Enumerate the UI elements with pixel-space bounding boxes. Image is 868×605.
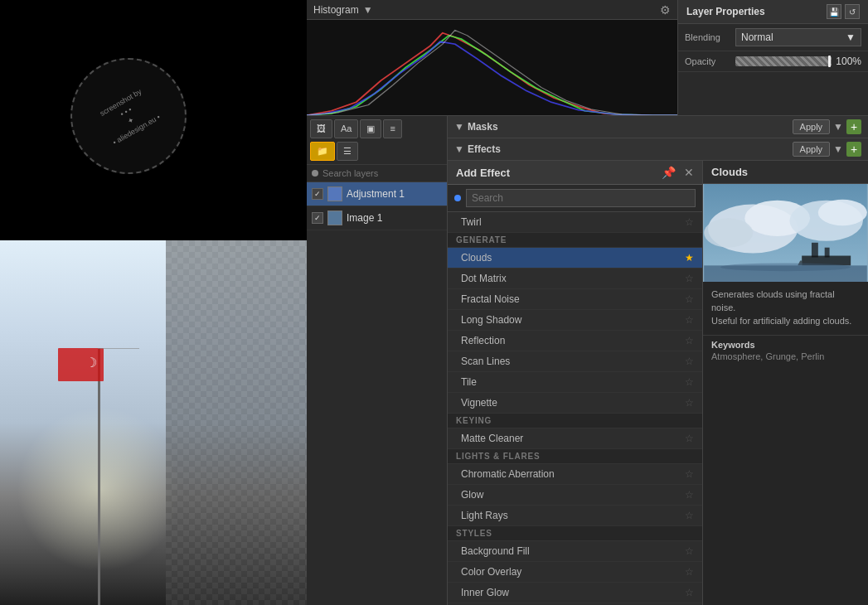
star-icon[interactable]: ☆ — [685, 545, 694, 557]
masks-apply-button[interactable]: Apply — [793, 119, 831, 134]
add-effect-header: Add Effect 📌 ✕ — [448, 161, 702, 185]
effects-apply-button[interactable]: Apply — [793, 142, 831, 157]
histogram-arrow[interactable]: ▼ — [363, 4, 373, 16]
opacity-thumb — [828, 56, 831, 67]
star-icon[interactable]: ☆ — [685, 356, 694, 367]
opacity-slider[interactable] — [735, 56, 832, 66]
layer-checkbox-image[interactable]: ✓ — [312, 212, 323, 224]
effect-item-name: Chromatic Aberration — [461, 468, 555, 480]
effect-item-name: Clouds — [461, 252, 492, 264]
effects-apply-chevron-icon[interactable]: ▼ — [833, 143, 843, 155]
masks-apply-chevron-icon[interactable]: ▼ — [833, 121, 843, 133]
star-icon[interactable]: ☆ — [685, 376, 694, 388]
effect-search-input[interactable] — [466, 189, 696, 207]
star-icon[interactable]: ☆ — [685, 566, 694, 578]
histogram-chart — [307, 20, 677, 115]
layers-text-btn[interactable]: Aa — [334, 119, 358, 138]
effect-list-item[interactable]: Fractal Noise☆ — [448, 289, 702, 310]
blending-row: Blending Normal ▼ — [678, 24, 868, 51]
effect-list-item[interactable]: Background Fill☆ — [448, 541, 702, 562]
effect-list-item[interactable]: Vignette☆ — [448, 393, 702, 414]
effect-list-item[interactable]: Chromatic Aberration☆ — [448, 464, 702, 485]
svg-point-3 — [704, 218, 753, 247]
layer-checkbox-adjustment[interactable]: ✓ — [312, 188, 323, 200]
preview-image — [703, 184, 868, 282]
blending-dropdown[interactable]: Normal ▼ — [735, 28, 861, 46]
effect-list-item[interactable]: Inner Glow☆ — [448, 583, 702, 603]
masks-section: ▼ Masks Apply ▼ + — [448, 116, 868, 138]
opacity-label: Opacity — [685, 56, 730, 66]
effect-list-item[interactable]: Color Overlay☆ — [448, 562, 702, 583]
star-icon[interactable]: ☆ — [685, 216, 694, 228]
layers-adjust-btn[interactable]: ≡ — [383, 119, 401, 138]
layer-name-image: Image 1 — [347, 212, 382, 224]
star-icon[interactable]: ☆ — [685, 433, 694, 444]
star-icon[interactable]: ☆ — [685, 510, 694, 521]
keywords-title: Keywords — [703, 336, 868, 351]
layers-shape-btn[interactable]: ▣ — [360, 119, 381, 138]
effect-list-item[interactable]: Scan Lines☆ — [448, 351, 702, 372]
effect-item-name: Vignette — [461, 397, 497, 409]
preview-description: Generates clouds using fractal noise.Use… — [703, 282, 868, 336]
effects-add-button[interactable]: + — [846, 142, 861, 157]
add-effect-header-icons: 📌 ✕ — [662, 166, 694, 179]
layers-toolbar-row1: 🖼 Aa ▣ ≡ — [307, 116, 447, 140]
star-icon[interactable]: ☆ — [685, 335, 694, 346]
layer-item-image[interactable]: ✓ Image 1 — [307, 206, 447, 230]
svg-rect-7 — [812, 243, 818, 258]
effect-list-item[interactable]: Tile☆ — [448, 372, 702, 393]
effect-list-item[interactable]: Light Rays☆ — [448, 506, 702, 526]
image-scene: ☽ — [0, 240, 307, 605]
effect-list-item[interactable]: Dot Matrix☆ — [448, 269, 702, 289]
blending-chevron-icon: ▼ — [846, 31, 856, 43]
star-icon[interactable]: ☆ — [685, 314, 694, 326]
effect-category: LIGHTS & FLARES — [448, 449, 702, 464]
effect-category: STYLES — [448, 526, 702, 541]
blending-label: Blending — [685, 32, 730, 42]
layers-list-btn[interactable]: ☰ — [337, 142, 358, 161]
star-icon[interactable]: ★ — [685, 252, 694, 264]
effect-item-name: Reflection — [461, 335, 505, 346]
close-icon[interactable]: ✕ — [684, 166, 694, 179]
histogram-title-group: Histogram ▼ — [313, 4, 373, 16]
masks-add-button[interactable]: + — [846, 119, 861, 134]
effect-list-item[interactable]: Long Shadow☆ — [448, 310, 702, 331]
effect-list-item[interactable]: Reflection☆ — [448, 331, 702, 351]
svg-rect-8 — [825, 248, 830, 258]
effect-list-item[interactable]: Glow☆ — [448, 485, 702, 506]
effects-main: ▼ Masks Apply ▼ + ▼ Effects — [448, 116, 868, 605]
histogram-title: Histogram — [313, 4, 359, 16]
star-icon[interactable]: ☆ — [685, 293, 694, 305]
effect-list-item[interactable]: Clouds★ — [448, 248, 702, 269]
reset-icon[interactable]: ↺ — [845, 4, 860, 19]
search-dot-icon — [312, 170, 318, 177]
star-icon[interactable]: ☆ — [685, 273, 694, 284]
layer-item-adjustment[interactable]: ✓ Adjustment 1 — [307, 182, 447, 206]
layer-thumb-image — [327, 211, 342, 225]
masks-title-group: ▼ Masks — [454, 121, 498, 133]
histogram-settings-icon[interactable]: ⚙ — [660, 3, 671, 17]
effect-preview-panel: Clouds — [702, 161, 868, 605]
blending-control: Normal ▼ — [735, 28, 861, 46]
star-icon[interactable]: ☆ — [685, 468, 694, 480]
pin-icon[interactable]: 📌 — [662, 166, 676, 179]
save-icon[interactable]: 💾 — [827, 4, 841, 19]
masks-title: Masks — [468, 121, 498, 133]
star-icon[interactable]: ☆ — [685, 397, 694, 409]
effect-item-name: Color Overlay — [461, 566, 521, 578]
effect-list-item[interactable]: Twirl☆ — [448, 212, 702, 233]
effects-actions: Apply ▼ + — [793, 142, 861, 157]
effect-list-item[interactable]: Matte Cleaner☆ — [448, 428, 702, 449]
effect-item-name: Long Shadow — [461, 314, 521, 326]
layers-image-btn[interactable]: 🖼 — [310, 119, 332, 138]
star-icon[interactable]: ☆ — [685, 587, 694, 598]
masks-triangle-icon: ▼ — [454, 121, 464, 133]
svg-point-5 — [818, 200, 867, 225]
layers-folder-btn[interactable]: 📁 — [310, 142, 335, 161]
layer-properties-section: Layer Properties 💾 ↺ Blending Normal ▼ — [677, 0, 868, 115]
layers-search-input[interactable]: Search layers — [322, 168, 378, 178]
opacity-row: Opacity 100% — [678, 51, 868, 72]
keywords-value: Atmosphere, Grunge, Perlin — [703, 351, 868, 368]
star-icon[interactable]: ☆ — [685, 489, 694, 501]
opacity-control: 100% — [735, 56, 861, 67]
